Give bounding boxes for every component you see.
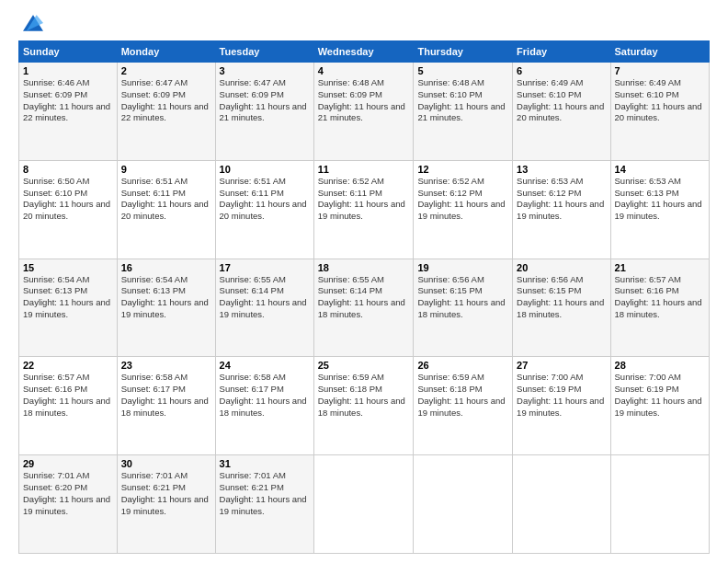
page: Sunday Monday Tuesday Wednesday Thursday… <box>0 0 728 563</box>
day-number: 21 <box>615 262 705 273</box>
day-info: Sunrise: 7:01 AMSunset: 6:21 PMDaylight:… <box>220 470 310 517</box>
day-number: 15 <box>23 262 113 273</box>
header-thursday: Thursday <box>414 41 513 63</box>
day-number: 5 <box>417 65 508 76</box>
day-number: 6 <box>517 65 606 76</box>
header-monday: Monday <box>117 41 215 63</box>
calendar-cell: 30Sunrise: 7:01 AMSunset: 6:21 PMDayligh… <box>117 455 215 554</box>
day-number: 12 <box>417 164 508 175</box>
day-info: Sunrise: 6:59 AMSunset: 6:18 PMDaylight:… <box>318 372 410 419</box>
day-number: 14 <box>615 164 705 175</box>
day-number: 1 <box>23 65 113 76</box>
calendar-cell: 4Sunrise: 6:48 AMSunset: 6:09 PMDaylight… <box>313 63 414 161</box>
day-info: Sunrise: 6:47 AMSunset: 6:09 PMDaylight:… <box>121 77 211 124</box>
calendar-cell: 18Sunrise: 6:55 AMSunset: 6:14 PMDayligh… <box>313 259 414 357</box>
day-info: Sunrise: 6:59 AMSunset: 6:18 PMDaylight:… <box>417 372 508 419</box>
day-number: 23 <box>121 360 211 371</box>
calendar-cell: 28Sunrise: 7:00 AMSunset: 6:19 PMDayligh… <box>610 357 709 455</box>
header-saturday: Saturday <box>610 41 709 63</box>
day-info: Sunrise: 6:53 AMSunset: 6:12 PMDaylight:… <box>517 176 606 223</box>
calendar-cell: 21Sunrise: 6:57 AMSunset: 6:16 PMDayligh… <box>610 259 709 357</box>
calendar-cell: 10Sunrise: 6:51 AMSunset: 6:11 PMDayligh… <box>215 160 313 259</box>
calendar-cell: 23Sunrise: 6:58 AMSunset: 6:17 PMDayligh… <box>117 357 215 455</box>
calendar-cell: 12Sunrise: 6:52 AMSunset: 6:12 PMDayligh… <box>414 160 513 259</box>
calendar-cell: 22Sunrise: 6:57 AMSunset: 6:16 PMDayligh… <box>19 357 118 455</box>
calendar-header-row: Sunday Monday Tuesday Wednesday Thursday… <box>19 41 710 63</box>
day-number: 19 <box>417 262 508 273</box>
calendar-cell: 2Sunrise: 6:47 AMSunset: 6:09 PMDaylight… <box>117 63 215 161</box>
calendar-cell <box>610 455 709 554</box>
header <box>18 15 710 31</box>
day-number: 25 <box>318 360 410 371</box>
calendar-cell: 15Sunrise: 6:54 AMSunset: 6:13 PMDayligh… <box>19 259 118 357</box>
calendar-cell: 11Sunrise: 6:52 AMSunset: 6:11 PMDayligh… <box>313 160 414 259</box>
calendar-week-row: 22Sunrise: 6:57 AMSunset: 6:16 PMDayligh… <box>19 357 710 455</box>
calendar-cell <box>414 455 513 554</box>
header-sunday: Sunday <box>19 41 118 63</box>
day-number: 7 <box>615 65 705 76</box>
calendar-cell: 5Sunrise: 6:48 AMSunset: 6:10 PMDaylight… <box>414 63 513 161</box>
day-number: 24 <box>220 360 310 371</box>
day-number: 16 <box>121 262 211 273</box>
calendar-cell: 8Sunrise: 6:50 AMSunset: 6:10 PMDaylight… <box>19 160 118 259</box>
day-info: Sunrise: 6:51 AMSunset: 6:11 PMDaylight:… <box>121 176 211 223</box>
logo-icon <box>23 15 43 31</box>
day-info: Sunrise: 6:53 AMSunset: 6:13 PMDaylight:… <box>615 176 705 223</box>
calendar-cell: 25Sunrise: 6:59 AMSunset: 6:18 PMDayligh… <box>313 357 414 455</box>
day-info: Sunrise: 6:51 AMSunset: 6:11 PMDaylight:… <box>220 176 310 223</box>
day-number: 4 <box>318 65 410 76</box>
calendar-cell: 1Sunrise: 6:46 AMSunset: 6:09 PMDaylight… <box>19 63 118 161</box>
calendar-cell: 17Sunrise: 6:55 AMSunset: 6:14 PMDayligh… <box>215 259 313 357</box>
day-number: 13 <box>517 164 606 175</box>
day-info: Sunrise: 6:58 AMSunset: 6:17 PMDaylight:… <box>121 372 211 419</box>
calendar-table: Sunday Monday Tuesday Wednesday Thursday… <box>18 40 710 554</box>
day-info: Sunrise: 7:00 AMSunset: 6:19 PMDaylight:… <box>517 372 606 419</box>
day-info: Sunrise: 6:52 AMSunset: 6:11 PMDaylight:… <box>318 176 410 223</box>
calendar-cell: 24Sunrise: 6:58 AMSunset: 6:17 PMDayligh… <box>215 357 313 455</box>
day-info: Sunrise: 6:54 AMSunset: 6:13 PMDaylight:… <box>121 274 211 321</box>
calendar-cell: 13Sunrise: 6:53 AMSunset: 6:12 PMDayligh… <box>513 160 610 259</box>
calendar-cell: 26Sunrise: 6:59 AMSunset: 6:18 PMDayligh… <box>414 357 513 455</box>
day-info: Sunrise: 6:49 AMSunset: 6:10 PMDaylight:… <box>615 77 705 124</box>
day-number: 20 <box>517 262 606 273</box>
day-info: Sunrise: 6:52 AMSunset: 6:12 PMDaylight:… <box>417 176 508 223</box>
day-info: Sunrise: 6:46 AMSunset: 6:09 PMDaylight:… <box>23 77 113 124</box>
day-number: 2 <box>121 65 211 76</box>
day-info: Sunrise: 6:48 AMSunset: 6:10 PMDaylight:… <box>417 77 508 124</box>
day-info: Sunrise: 6:55 AMSunset: 6:14 PMDaylight:… <box>318 274 410 321</box>
header-wednesday: Wednesday <box>313 41 414 63</box>
day-info: Sunrise: 6:57 AMSunset: 6:16 PMDaylight:… <box>23 372 113 419</box>
calendar-cell <box>313 455 414 554</box>
day-info: Sunrise: 7:01 AMSunset: 6:21 PMDaylight:… <box>121 470 211 517</box>
calendar-cell <box>513 455 610 554</box>
calendar-cell: 29Sunrise: 7:01 AMSunset: 6:20 PMDayligh… <box>19 455 118 554</box>
day-info: Sunrise: 6:55 AMSunset: 6:14 PMDaylight:… <box>220 274 310 321</box>
day-number: 17 <box>220 262 310 273</box>
calendar-week-row: 8Sunrise: 6:50 AMSunset: 6:10 PMDaylight… <box>19 160 710 259</box>
calendar-week-row: 29Sunrise: 7:01 AMSunset: 6:20 PMDayligh… <box>19 455 710 554</box>
day-info: Sunrise: 7:00 AMSunset: 6:19 PMDaylight:… <box>615 372 705 419</box>
day-number: 31 <box>220 458 310 469</box>
calendar-cell: 27Sunrise: 7:00 AMSunset: 6:19 PMDayligh… <box>513 357 610 455</box>
day-info: Sunrise: 6:48 AMSunset: 6:09 PMDaylight:… <box>318 77 410 124</box>
day-number: 30 <box>121 458 211 469</box>
header-tuesday: Tuesday <box>215 41 313 63</box>
day-number: 26 <box>417 360 508 371</box>
day-number: 18 <box>318 262 410 273</box>
calendar-cell: 19Sunrise: 6:56 AMSunset: 6:15 PMDayligh… <box>414 259 513 357</box>
day-number: 3 <box>220 65 310 76</box>
day-number: 11 <box>318 164 410 175</box>
day-number: 9 <box>121 164 211 175</box>
calendar-cell: 14Sunrise: 6:53 AMSunset: 6:13 PMDayligh… <box>610 160 709 259</box>
calendar-cell: 6Sunrise: 6:49 AMSunset: 6:10 PMDaylight… <box>513 63 610 161</box>
day-info: Sunrise: 6:58 AMSunset: 6:17 PMDaylight:… <box>220 372 310 419</box>
day-number: 10 <box>220 164 310 175</box>
day-number: 22 <box>23 360 113 371</box>
day-number: 8 <box>23 164 113 175</box>
day-info: Sunrise: 6:50 AMSunset: 6:10 PMDaylight:… <box>23 176 113 223</box>
calendar-cell: 20Sunrise: 6:56 AMSunset: 6:15 PMDayligh… <box>513 259 610 357</box>
day-info: Sunrise: 6:56 AMSunset: 6:15 PMDaylight:… <box>517 274 606 321</box>
calendar-cell: 3Sunrise: 6:47 AMSunset: 6:09 PMDaylight… <box>215 63 313 161</box>
calendar-cell: 9Sunrise: 6:51 AMSunset: 6:11 PMDaylight… <box>117 160 215 259</box>
day-number: 29 <box>23 458 113 469</box>
